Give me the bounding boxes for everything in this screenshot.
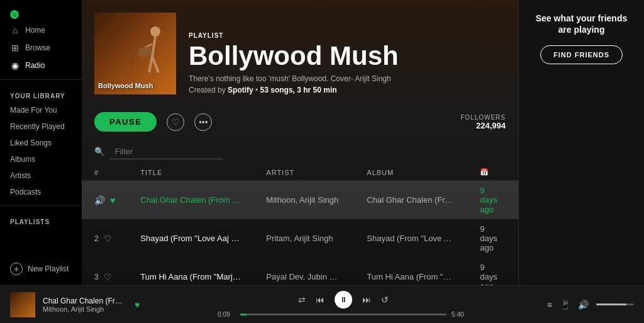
sidebar-item-albums[interactable]: Albums (0, 151, 82, 167)
sidebar-item-home[interactable]: ⌂ Home (0, 21, 82, 39)
track-title: Tum Hi Aana (From "Marjaavaan") (128, 258, 253, 285)
heart-action-icon[interactable]: ♡ (167, 113, 184, 131)
track-artist: Payal Dev, Jubin Nautiyal (253, 258, 354, 285)
track-num-label: 3 (94, 273, 99, 281)
col-title: TITLE (128, 164, 253, 181)
progress-bar-fill (240, 314, 247, 315)
svg-line-3 (149, 57, 152, 72)
more-options-icon[interactable]: ••• (194, 113, 212, 131)
nav-section: ⌂ Home ⊞ Browse ◉ Radio (0, 21, 82, 74)
table-row[interactable]: 🔊♥Chal Ghar Chalen (From "Malang - Unlea… (82, 181, 518, 220)
cover-label: Bollywood Mush (98, 82, 153, 89)
track-num-label: 2 (94, 234, 99, 243)
prev-button[interactable]: ⏮ (316, 295, 325, 305)
playlist-title: Bollywood Mush (189, 42, 399, 71)
track-number: 🔊♥ (82, 181, 128, 220)
volume-icon[interactable]: 🔊 (578, 300, 589, 310)
queue-button[interactable]: ≡ (547, 300, 552, 310)
pause-play-button[interactable]: ⏸ (335, 291, 352, 309)
search-icon: 🔍 (94, 147, 104, 156)
now-playing-icon: 🔊 (94, 195, 105, 205)
playlist-header: Bollywood Mush PLAYLIST Bollywood Mush T… (82, 0, 518, 105)
col-date: 📅 (467, 164, 509, 181)
calendar-icon: 📅 (480, 168, 489, 176)
shuffle-button[interactable]: ⇄ (298, 295, 306, 305)
player-controls: ⇄ ⏮ ⏸ ⏭ ↺ 0:09 5:40 (147, 291, 540, 318)
track-album: Tum Hi Aana (From "Marj... (354, 258, 467, 285)
pause-button[interactable]: PAUSE (94, 112, 157, 132)
sidebar-item-made-for-you[interactable]: Made For You (0, 102, 82, 118)
sidebar: ♫ ⌂ Home ⊞ Browse ◉ Radio YOUR LIBRARY M… (0, 0, 82, 285)
friends-title: See what your friends are playing (529, 13, 634, 35)
playlist-info: PLAYLIST Bollywood Mush There's nothing … (189, 13, 399, 94)
sidebar-item-label: Podcasts (10, 188, 41, 196)
sidebar-item-label: Browse (25, 43, 50, 52)
player-track-info: Chal Ghar Chalen (From "Mal... Mithoon, … (43, 297, 125, 313)
sidebar-item-browse[interactable]: ⊞ Browse (0, 39, 82, 57)
sidebar-item-label: Recently Played (10, 122, 65, 131)
find-friends-button[interactable]: FIND FRIENDS (540, 45, 623, 64)
filter-input[interactable] (109, 144, 223, 159)
col-artist: ARTIST (253, 164, 354, 181)
playlist-description: There's nothing like too 'mush' Bollywoo… (189, 74, 399, 83)
svg-point-0 (150, 26, 160, 37)
playlist-cover-art: Bollywood Mush (94, 13, 176, 94)
playlists-label: PLAYLISTS (0, 211, 82, 228)
track-album: Chal Ghar Chalen (From "... (354, 181, 467, 220)
playlist-creator: Spotify (228, 86, 253, 94)
sidebar-item-label: Radio (25, 61, 45, 70)
heart-icon[interactable]: ♡ (104, 272, 112, 282)
filter-row: 🔍 (82, 139, 518, 164)
followers-label: FOLLOWERS (460, 114, 506, 121)
followers-count: 224,994 (460, 121, 506, 130)
track-number: 3♡ (82, 258, 128, 285)
track-number: 2♡ (82, 219, 128, 258)
track-artist: Pritam, Arijit Singh (253, 219, 354, 258)
track-date: 9 days ago (467, 258, 509, 285)
next-button[interactable]: ⏭ (362, 295, 371, 305)
cover-guitarist-svg (121, 22, 171, 85)
new-playlist-button[interactable]: + New Playlist (0, 258, 82, 280)
sidebar-item-artists[interactable]: Artists (0, 167, 82, 184)
heart-icon[interactable]: ♥ (110, 195, 115, 205)
sidebar-divider (0, 79, 82, 80)
player-track-name: Chal Ghar Chalen (From "Mal... (43, 297, 125, 305)
playlist-meta: Created by Spotify • 53 songs, 3 hr 50 m… (189, 86, 399, 94)
content-area: Bollywood Mush PLAYLIST Bollywood Mush T… (82, 0, 644, 285)
svg-line-1 (152, 37, 155, 57)
track-table-header: # TITLE ARTIST ALBUM 📅 🕐 (82, 164, 518, 181)
browse-icon: ⊞ (10, 43, 20, 53)
playlist-actions: PAUSE ♡ ••• FOLLOWERS 224,994 (82, 105, 518, 139)
player-buttons: ⇄ ⏮ ⏸ ⏭ ↺ (298, 291, 389, 309)
table-row[interactable]: 3♡Tum Hi Aana (From "Marjaavaan")Payal D… (82, 258, 518, 285)
home-icon: ⌂ (10, 25, 20, 35)
svg-line-4 (152, 57, 158, 72)
sidebar-item-label: Liked Songs (10, 139, 52, 147)
volume-bar[interactable] (596, 303, 634, 305)
radio-icon: ◉ (10, 60, 20, 71)
sidebar-item-podcasts[interactable]: Podcasts (0, 184, 82, 200)
total-time: 5:40 (452, 311, 469, 318)
sidebar-item-label: Home (25, 26, 45, 35)
spotify-logo: ♫ (10, 10, 19, 19)
progress-row: 0:09 5:40 (218, 311, 469, 318)
sidebar-item-liked-songs[interactable]: Liked Songs (0, 135, 82, 151)
table-row[interactable]: 2♡Shayad (From "Love Aaj Kal")Pritam, Ar… (82, 219, 518, 258)
sidebar-item-recently-played[interactable]: Recently Played (0, 118, 82, 135)
volume-bar-fill (596, 303, 626, 305)
progress-bar[interactable] (240, 314, 447, 315)
player-heart-icon[interactable]: ♥ (135, 300, 140, 310)
player-album-art (10, 292, 35, 317)
heart-icon[interactable]: ♡ (104, 234, 112, 244)
repeat-button[interactable]: ↺ (381, 295, 389, 305)
player-bar: Chal Ghar Chalen (From "Mal... Mithoon, … (0, 285, 644, 323)
track-title: Shayad (From "Love Aaj Kal") (128, 219, 253, 258)
sidebar-item-radio[interactable]: ◉ Radio (0, 57, 82, 74)
col-album: ALBUM (354, 164, 467, 181)
track-duration: 4:09 (510, 258, 518, 285)
right-sidebar: See what your friends are playing FIND F… (518, 0, 644, 285)
devices-button[interactable]: 📱 (560, 300, 570, 310)
new-playlist-label: New Playlist (28, 264, 69, 273)
library-label: YOUR LIBRARY (0, 85, 82, 102)
main-content: Bollywood Mush PLAYLIST Bollywood Mush T… (82, 0, 518, 285)
